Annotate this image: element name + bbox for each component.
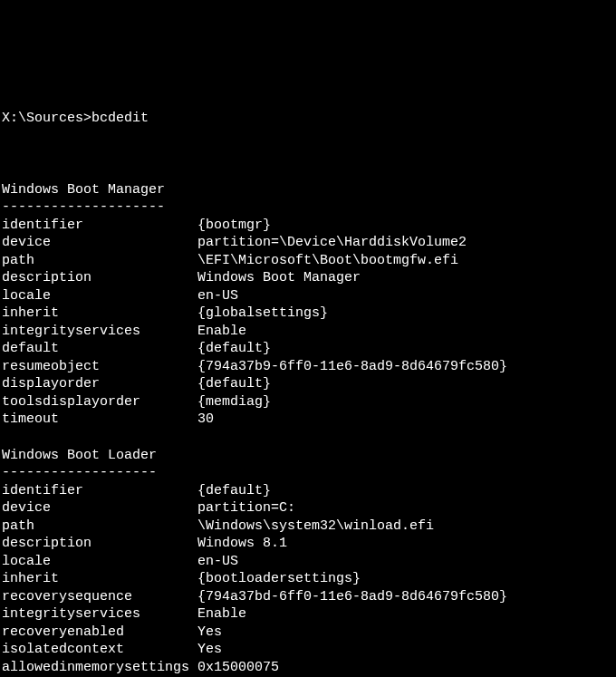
config-value: Enable bbox=[197, 324, 246, 339]
config-value: Yes bbox=[197, 642, 222, 657]
config-value: {default} bbox=[197, 376, 271, 392]
config-value: Windows Boot Manager bbox=[197, 270, 361, 285]
config-value: {bootloadersettings} bbox=[197, 571, 361, 586]
config-key: displayorder bbox=[2, 375, 197, 393]
config-value: \Windows\system32\winload.efi bbox=[197, 518, 434, 534]
config-key: integrityservices bbox=[2, 605, 197, 624]
config-row: toolsdisplayorder{memdiag} bbox=[2, 393, 614, 411]
config-row: identifier{bootmgr} bbox=[2, 217, 614, 235]
config-key: description bbox=[2, 535, 197, 553]
config-row: descriptionWindows 8.1 bbox=[2, 535, 614, 553]
config-row: default{default} bbox=[2, 340, 614, 358]
terminal-window[interactable]: X:\Sources>bcdedit Windows Boot Manager-… bbox=[2, 74, 614, 677]
config-row: recoverysequence{794a37bd-6ff0-11e6-8ad9… bbox=[2, 588, 614, 606]
config-row: recoveryenabledYes bbox=[2, 624, 614, 642]
config-row: displayorder{default} bbox=[2, 375, 614, 393]
config-row: localeen-US bbox=[2, 287, 614, 305]
config-row: allowedinmemorysettings0x15000075 bbox=[2, 659, 614, 677]
config-value: \EFI\Microsoft\Boot\bootmgfw.efi bbox=[197, 253, 458, 268]
config-key: toolsdisplayorder bbox=[2, 393, 197, 411]
section-title: Windows Boot Loader bbox=[2, 447, 614, 465]
config-row: isolatedcontextYes bbox=[2, 641, 614, 659]
config-key: locale bbox=[2, 287, 197, 305]
config-value: partition=C: bbox=[197, 500, 295, 516]
config-value: {bootmgr} bbox=[197, 218, 271, 233]
config-value: Windows 8.1 bbox=[197, 536, 287, 551]
config-key: default bbox=[2, 340, 197, 358]
config-key: timeout bbox=[2, 411, 197, 429]
config-key: device bbox=[2, 234, 197, 252]
config-key: resumeobject bbox=[2, 358, 197, 376]
config-row: integrityservicesEnable bbox=[2, 323, 614, 341]
config-row: localeen-US bbox=[2, 553, 614, 571]
config-key: inherit bbox=[2, 305, 197, 323]
config-row: descriptionWindows Boot Manager bbox=[2, 269, 614, 287]
config-key: path bbox=[2, 517, 197, 536]
config-key: integrityservices bbox=[2, 323, 197, 341]
config-key: recoveryenabled bbox=[2, 624, 197, 642]
config-row: integrityservicesEnable bbox=[2, 605, 614, 624]
config-value: Enable bbox=[197, 606, 246, 622]
config-row: devicepartition=C: bbox=[2, 499, 614, 517]
section-title: Windows Boot Manager bbox=[2, 181, 614, 199]
config-value: 0x15000075 bbox=[197, 660, 279, 675]
config-value: {globalsettings} bbox=[197, 305, 328, 321]
section-divider: ------------------- bbox=[2, 464, 614, 482]
config-value: {default} bbox=[197, 341, 271, 356]
config-value: Yes bbox=[197, 624, 222, 640]
config-value: en-US bbox=[197, 288, 238, 304]
config-value: {794a37b9-6ff0-11e6-8ad9-8d64679fc580} bbox=[197, 359, 507, 374]
config-key: path bbox=[2, 252, 197, 270]
config-row: inherit{bootloadersettings} bbox=[2, 570, 614, 588]
command-text: bcdedit bbox=[91, 111, 149, 126]
config-key: inherit bbox=[2, 570, 197, 588]
config-row: inherit{globalsettings} bbox=[2, 305, 614, 323]
config-key: recoverysequence bbox=[2, 588, 197, 606]
config-row: identifier{default} bbox=[2, 482, 614, 500]
config-key: device bbox=[2, 499, 197, 517]
config-key: isolatedcontext bbox=[2, 641, 197, 659]
config-value: {794a37bd-6ff0-11e6-8ad9-8d64679fc580} bbox=[197, 589, 507, 604]
config-value: {default} bbox=[197, 483, 271, 498]
command-prompt-line: X:\Sources>bcdedit bbox=[2, 110, 614, 128]
prompt-path: X:\Sources> bbox=[2, 111, 91, 126]
config-key: description bbox=[2, 269, 197, 287]
config-value: en-US bbox=[197, 554, 238, 569]
config-value: 30 bbox=[197, 411, 214, 427]
config-row: timeout30 bbox=[2, 411, 614, 429]
section-gap bbox=[2, 429, 614, 447]
config-key: locale bbox=[2, 553, 197, 571]
section-divider: -------------------- bbox=[2, 198, 614, 217]
config-row: resumeobject{794a37b9-6ff0-11e6-8ad9-8d6… bbox=[2, 358, 614, 376]
config-value: {memdiag} bbox=[197, 394, 271, 410]
config-key: identifier bbox=[2, 482, 197, 500]
config-row: path\EFI\Microsoft\Boot\bootmgfw.efi bbox=[2, 252, 614, 270]
config-row: path\Windows\system32\winload.efi bbox=[2, 517, 614, 536]
config-key: identifier bbox=[2, 217, 197, 235]
config-row: devicepartition=\Device\HarddiskVolume2 bbox=[2, 234, 614, 252]
config-value: partition=\Device\HarddiskVolume2 bbox=[197, 235, 467, 250]
config-key: allowedinmemorysettings bbox=[2, 659, 197, 677]
